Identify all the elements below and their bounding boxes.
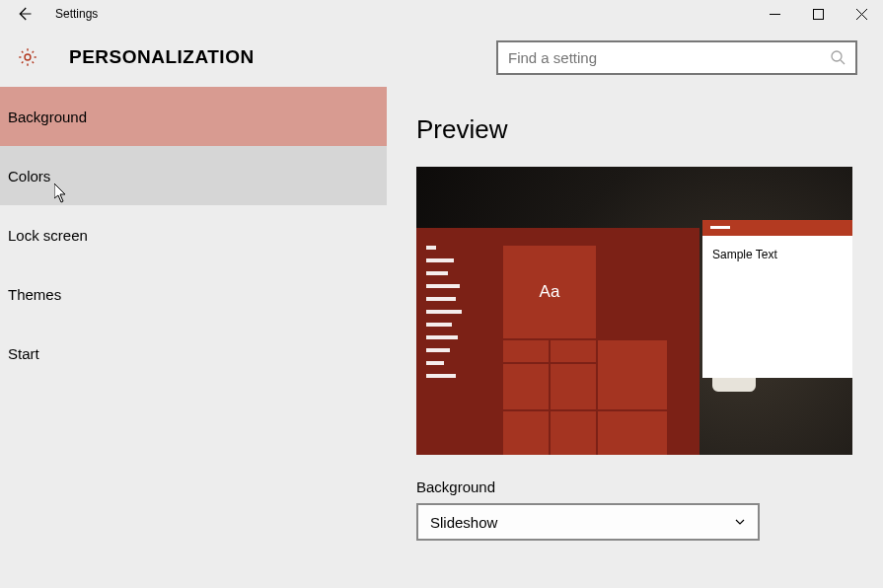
preview-tile [598, 340, 667, 409]
sidebar-item-start[interactable]: Start [0, 324, 387, 383]
content: Preview Aa [387, 87, 883, 588]
body: Background Colors Lock screen Themes Sta… [0, 87, 883, 588]
preview-tile [551, 340, 596, 362]
preview-tile [503, 364, 549, 409]
preview-tile [598, 411, 667, 455]
svg-point-2 [832, 51, 842, 61]
page-title: PERSONALIZATION [69, 46, 255, 68]
sidebar: Background Colors Lock screen Themes Sta… [0, 87, 387, 588]
sidebar-item-label: Start [8, 345, 39, 362]
preview-start-menu: Aa [416, 228, 699, 455]
preview-tile-large: Aa [503, 246, 596, 338]
preview-start-list [426, 246, 474, 387]
preview-heading: Preview [416, 114, 855, 145]
background-field-label: Background [416, 478, 855, 495]
minimize-button[interactable] [753, 0, 796, 28]
preview-tile [503, 411, 549, 455]
sidebar-item-themes[interactable]: Themes [0, 264, 387, 324]
gear-icon [17, 46, 38, 68]
search-input[interactable] [508, 49, 830, 66]
sidebar-item-label: Lock screen [8, 227, 88, 244]
search-box[interactable] [496, 40, 857, 75]
minimize-icon [770, 9, 780, 20]
chevron-down-icon [734, 516, 746, 528]
sidebar-item-label: Background [8, 109, 87, 125]
back-button[interactable] [0, 0, 47, 28]
preview-tile [503, 340, 549, 362]
background-dropdown[interactable]: Slideshow [416, 503, 760, 541]
titlebar: Settings [0, 0, 883, 28]
close-button[interactable] [840, 0, 883, 28]
maximize-button[interactable] [796, 0, 840, 28]
sidebar-item-lock-screen[interactable]: Lock screen [0, 205, 387, 264]
preview-sample-window: Sample Text [702, 220, 852, 378]
search-icon [830, 49, 846, 65]
close-icon [856, 9, 867, 20]
preview-window-text: Sample Text [702, 236, 852, 273]
svg-rect-0 [813, 9, 823, 19]
background-dropdown-value: Slideshow [430, 514, 497, 531]
maximize-icon [813, 9, 824, 20]
back-arrow-icon [15, 5, 33, 23]
svg-point-1 [25, 54, 31, 60]
sidebar-item-background[interactable]: Background [0, 87, 387, 146]
sidebar-item-label: Colors [8, 168, 50, 184]
settings-icon-wrap [8, 46, 47, 68]
preview-window-titlebar [702, 220, 852, 236]
window-title: Settings [55, 7, 98, 21]
header: PERSONALIZATION [0, 28, 883, 87]
preview-tile [551, 411, 596, 455]
preview-tile [551, 364, 596, 409]
preview-thumbnail: Aa Sample Text [416, 167, 852, 455]
tile-text: Aa [540, 282, 560, 302]
window-controls [753, 0, 883, 28]
sidebar-item-colors[interactable]: Colors [0, 146, 387, 205]
sidebar-item-label: Themes [8, 286, 61, 303]
